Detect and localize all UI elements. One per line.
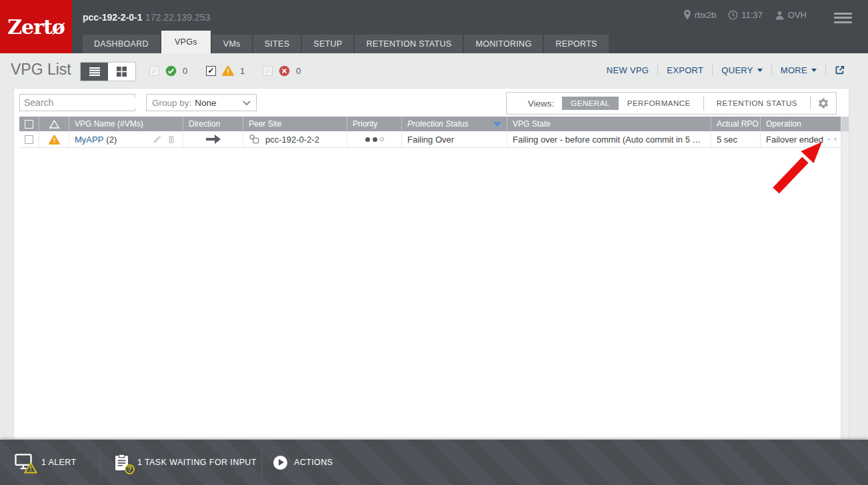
alert-monitor-icon — [15, 454, 35, 471]
divider — [261, 448, 262, 476]
vpg-name-link[interactable]: MyAPP — [75, 135, 103, 145]
tab-setup[interactable]: SETUP — [302, 35, 353, 53]
table-row[interactable]: MyAPP (2) pcc-192-0-2-2 Fail — [19, 131, 842, 148]
row-direction-cell — [183, 131, 243, 147]
zerto-logo: Zertø — [0, 0, 72, 53]
view-retention-status[interactable]: RETENTION STATUS — [708, 97, 806, 110]
divider — [771, 65, 772, 75]
query-dropdown-button[interactable]: QUERY — [721, 65, 763, 75]
export-button[interactable]: EXPORT — [667, 65, 703, 75]
views-label: Views: — [528, 99, 555, 109]
vpg-list-panel: Group by: None Views: GENERAL PERFORMANC… — [13, 88, 849, 440]
site-ip: 172.22.139.253 — [145, 12, 210, 23]
operation-text: Failover ended — [766, 135, 823, 145]
group-by-select[interactable]: Group by: None — [146, 94, 257, 111]
alerts-label: 1 ALERT — [41, 458, 77, 467]
alerts-button[interactable]: 1 ALERT — [15, 440, 77, 485]
ok-count: 0 — [183, 66, 187, 76]
delete-trash-icon[interactable] — [167, 135, 176, 145]
ok-count-group: 0 — [149, 65, 187, 77]
time-label: 11:37 — [741, 10, 763, 20]
search-input[interactable] — [20, 97, 149, 108]
logged-in-user[interactable]: OVH — [775, 10, 807, 20]
chevron-down-icon — [243, 98, 251, 108]
views-switcher: Views: GENERAL PERFORMANCE RETENTION STA… — [506, 92, 837, 115]
alert-triangle-icon — [49, 120, 59, 129]
row-name-cell: MyAPP (2) — [69, 131, 183, 147]
column-header-operation[interactable]: Operation — [761, 117, 842, 131]
clock-icon — [728, 10, 738, 20]
row-priority-cell — [347, 131, 402, 147]
task-clipboard-icon: ? — [115, 454, 131, 471]
row-protection-status-cell: Failing Over — [402, 131, 507, 147]
new-vpg-button[interactable]: NEW VPG — [607, 65, 649, 75]
chevron-down-icon — [757, 69, 763, 72]
warning-filter-checkbox[interactable] — [206, 66, 216, 76]
play-icon — [273, 456, 287, 470]
column-header-actual-rpo[interactable]: Actual RPO — [711, 117, 761, 131]
vpg-table: VPG Name (#VMs) Direction Peer Site Prio… — [19, 117, 842, 148]
top-header: Zertø pcc-192-2-0-1 172.22.139.253 rbx2b… — [0, 0, 868, 53]
group-by-value: None — [195, 98, 216, 108]
column-header-direction[interactable]: Direction — [183, 117, 243, 131]
row-checkbox[interactable] — [25, 135, 33, 144]
warning-count: 1 — [240, 66, 245, 76]
select-all-checkbox[interactable] — [25, 120, 33, 129]
footer-bar: 1 ALERT ? 1 TASK WAITING FOR INPUT ACTIO… — [0, 440, 868, 485]
actions-button[interactable]: ACTIONS — [273, 440, 333, 485]
table-scrollbar-track[interactable] — [841, 117, 849, 439]
more-dropdown-button[interactable]: MORE — [781, 65, 817, 75]
divider — [703, 96, 704, 111]
view-general[interactable]: GENERAL — [562, 97, 618, 110]
view-performance[interactable]: PERFORMANCE — [619, 97, 699, 110]
rollback-undo-icon[interactable] — [834, 135, 837, 144]
grid-view-button[interactable] — [108, 63, 135, 81]
warning-icon — [49, 135, 60, 145]
tab-vms[interactable]: VMs — [212, 35, 252, 53]
column-header-vpg-state[interactable]: VPG State — [507, 117, 711, 131]
column-header-priority[interactable]: Priority — [347, 117, 402, 131]
chevron-down-icon — [811, 69, 817, 72]
location-label: rbx2b — [695, 10, 717, 20]
location-pin-icon — [683, 9, 691, 20]
tab-reports[interactable]: REPORTS — [544, 35, 608, 53]
actions-label: ACTIONS — [294, 458, 333, 467]
tab-sites[interactable]: SITES — [253, 35, 301, 53]
commit-check-icon[interactable] — [827, 135, 830, 143]
header-status-area: rbx2b 11:37 OVH — [677, 9, 807, 20]
group-by-label: Group by: — [152, 98, 191, 108]
table-header-row: VPG Name (#VMs) Direction Peer Site Prio… — [19, 117, 842, 131]
tasks-label: 1 TASK WAITING FOR INPUT — [137, 458, 257, 467]
search-box — [19, 94, 135, 111]
popout-button[interactable] — [835, 65, 845, 75]
row-actual-rpo-cell: 5 sec — [711, 131, 761, 147]
divider — [657, 65, 658, 75]
page-title: VPG List — [11, 61, 71, 79]
alert-warning-triangle-icon — [24, 462, 37, 474]
divider — [825, 65, 826, 75]
tab-dashboard[interactable]: DASHBOARD — [83, 35, 160, 53]
column-header-protection-status[interactable]: Protection Status — [402, 117, 507, 131]
error-filter-checkbox[interactable] — [263, 66, 273, 76]
column-header-vpg-name[interactable]: VPG Name (#VMs) — [69, 117, 183, 131]
user-icon — [775, 10, 785, 20]
view-mode-toggle — [80, 62, 136, 81]
error-count: 0 — [296, 66, 301, 76]
edit-pencil-icon[interactable] — [153, 135, 162, 144]
menu-icon[interactable] — [834, 10, 852, 25]
column-settings-button[interactable] — [815, 97, 836, 109]
list-view-button[interactable] — [81, 63, 108, 81]
ok-filter-checkbox[interactable] — [149, 66, 159, 76]
alert-column-header[interactable] — [39, 117, 69, 131]
column-header-peer-site[interactable]: Peer Site — [243, 117, 347, 131]
tab-monitoring[interactable]: MONITORING — [464, 35, 543, 53]
tab-retention-status[interactable]: RETENTION STATUS — [355, 35, 463, 53]
tab-vpgs[interactable]: VPGs — [161, 31, 211, 53]
toolbar-actions: NEW VPG EXPORT QUERY MORE — [607, 65, 845, 75]
popout-icon — [835, 65, 845, 75]
warning-status-icon — [222, 65, 234, 76]
tasks-button[interactable]: ? 1 TASK WAITING FOR INPUT — [115, 440, 257, 485]
error-status-icon — [279, 65, 290, 77]
user-label: OVH — [788, 10, 807, 20]
zerto-vpg-list-screen: Zertø pcc-192-2-0-1 172.22.139.253 rbx2b… — [0, 0, 868, 485]
